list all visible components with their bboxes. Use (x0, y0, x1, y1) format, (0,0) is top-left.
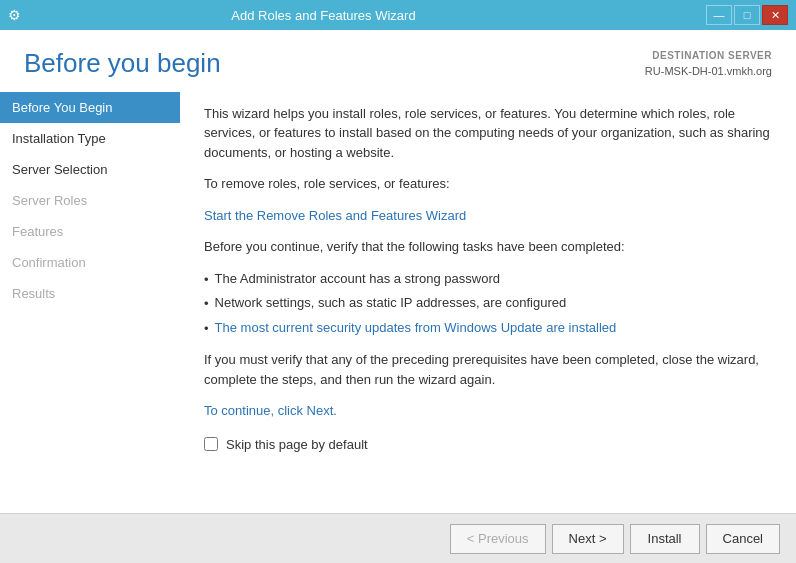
bullet-text-3: The most current security updates from W… (215, 318, 617, 338)
close-button[interactable]: ✕ (762, 5, 788, 25)
bullet-item-3: • The most current security updates from… (204, 318, 772, 339)
skip-checkbox[interactable] (204, 437, 218, 451)
footer: < Previous Next > Install Cancel (0, 513, 796, 563)
sidebar-item-installation-type[interactable]: Installation Type (0, 123, 180, 154)
title-bar-controls: — □ ✕ (706, 5, 788, 25)
sidebar-item-server-selection[interactable]: Server Selection (0, 154, 180, 185)
checkbox-area: Skip this page by default (204, 437, 772, 452)
bullet-text-1: The Administrator account has a strong p… (215, 269, 500, 289)
maximize-button[interactable]: □ (734, 5, 760, 25)
cancel-button[interactable]: Cancel (706, 524, 780, 554)
remove-label: To remove roles, role services, or featu… (204, 174, 772, 194)
intro-text: This wizard helps you install roles, rol… (204, 104, 772, 163)
title-bar: ⚙ Add Roles and Features Wizard — □ ✕ (0, 0, 796, 30)
bullet-item-1: • The Administrator account has a strong… (204, 269, 772, 290)
sidebar-item-before-you-begin[interactable]: Before You Begin (0, 92, 180, 123)
next-button[interactable]: Next > (552, 524, 624, 554)
content-row: Before You Begin Installation Type Serve… (0, 92, 796, 514)
server-label: DESTINATION SERVER (645, 48, 772, 63)
bullet-dot-2: • (204, 294, 209, 314)
sidebar-item-server-roles: Server Roles (0, 185, 180, 216)
header-row: Before you begin DESTINATION SERVER RU-M… (0, 30, 796, 92)
remove-link[interactable]: Start the Remove Roles and Features Wiza… (204, 208, 466, 223)
bullet-item-2: • Network settings, such as static IP ad… (204, 293, 772, 314)
continue-text: To continue, click Next. (204, 401, 772, 421)
minimize-button[interactable]: — (706, 5, 732, 25)
install-button[interactable]: Install (630, 524, 700, 554)
main-wrapper: Before you begin DESTINATION SERVER RU-M… (0, 30, 796, 513)
window-title: Add Roles and Features Wizard (0, 8, 706, 23)
sidebar-item-features: Features (0, 216, 180, 247)
sidebar: Before You Begin Installation Type Serve… (0, 92, 180, 514)
main-panel: This wizard helps you install roles, rol… (180, 92, 796, 514)
server-info: DESTINATION SERVER RU-MSK-DH-01.vmkh.org (645, 48, 772, 80)
bullet-dot-1: • (204, 270, 209, 290)
checkbox-label[interactable]: Skip this page by default (226, 437, 368, 452)
bullet-dot-3: • (204, 319, 209, 339)
prereq-text: If you must verify that any of the prece… (204, 350, 772, 389)
bullet-text-2: Network settings, such as static IP addr… (215, 293, 567, 313)
sidebar-item-results: Results (0, 278, 180, 309)
sidebar-item-confirmation: Confirmation (0, 247, 180, 278)
previous-button[interactable]: < Previous (450, 524, 546, 554)
page-title: Before you begin (24, 48, 221, 79)
bullet-list: • The Administrator account has a strong… (204, 269, 772, 339)
verify-label: Before you continue, verify that the fol… (204, 237, 772, 257)
server-name: RU-MSK-DH-01.vmkh.org (645, 63, 772, 80)
